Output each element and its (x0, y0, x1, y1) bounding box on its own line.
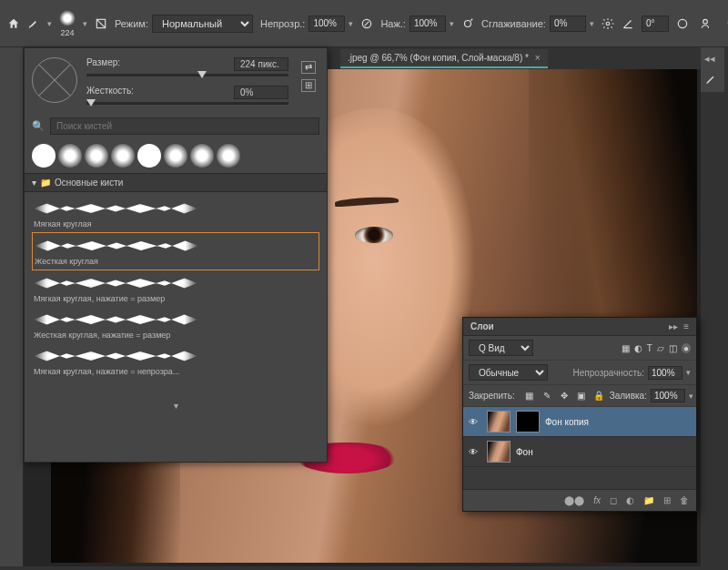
chevron-down-icon[interactable]: ▾ (47, 19, 52, 28)
opacity-control: Непрозр.: ▾ (260, 15, 353, 32)
lock-artboard-icon[interactable]: ▣ (575, 391, 588, 401)
visibility-icon[interactable]: 👁 (469, 447, 481, 457)
document-tab[interactable]: .jpeg @ 66,7% (Фон копия, Слой-маска/8) … (340, 49, 548, 68)
lock-label: Закрепить: (469, 391, 515, 401)
folder-name: Основные кисти (55, 178, 123, 188)
collapse-icon[interactable]: ▸▸ (669, 321, 678, 331)
search-icon[interactable] (723, 15, 728, 33)
layer-item[interactable]: 👁 Фон копия (463, 407, 696, 437)
panel-strip-right: ◂◂ (701, 47, 724, 92)
gear-icon[interactable] (602, 15, 614, 33)
close-icon[interactable]: × (535, 53, 541, 63)
pressure-size-icon[interactable] (676, 15, 689, 33)
brush-list-item[interactable]: Мягкая круглая, нажатие = размер (32, 270, 319, 307)
filter-pixel-icon[interactable]: ▦ (622, 343, 630, 353)
brush-list-item[interactable]: Мягкая круглая, нажатие = непрозра... (32, 343, 319, 380)
layer-item[interactable]: 👁 Фон (463, 437, 696, 467)
panel-menu-icon[interactable]: ≡ (683, 321, 689, 331)
filter-type-select[interactable]: Q Вид (469, 340, 533, 356)
filter-smart-icon[interactable]: ◫ (669, 343, 677, 353)
adjustment-layer-icon[interactable]: ◐ (626, 495, 634, 505)
layer-name[interactable]: Фон копия (545, 417, 589, 427)
angle-input[interactable] (642, 15, 669, 32)
mode-label: Режим: (115, 18, 148, 29)
brush-swatch[interactable] (190, 144, 214, 168)
svg-point-5 (703, 19, 708, 24)
brush-preview-row (25, 138, 327, 173)
brush-swatch[interactable] (164, 144, 187, 168)
angle-icon[interactable] (622, 15, 634, 33)
flow-input[interactable] (410, 15, 446, 32)
fill-input[interactable] (651, 389, 685, 402)
blend-mode-select[interactable]: Обычные (469, 364, 548, 381)
chevron-down-icon[interactable]: ▾ (590, 19, 594, 28)
new-layer-icon[interactable]: ⊞ (663, 495, 671, 505)
cloud-icon[interactable] (696, 15, 714, 33)
chevron-down-icon[interactable]: ▾ (689, 392, 693, 401)
brush-swatch[interactable] (58, 144, 82, 168)
lock-paint-icon[interactable]: ✎ (541, 391, 553, 401)
toolbox-left[interactable] (0, 47, 24, 566)
home-icon[interactable] (7, 15, 20, 33)
smoothing-input[interactable] (550, 15, 586, 32)
chevron-down-icon[interactable]: ▾ (83, 19, 87, 28)
opacity-input[interactable] (308, 15, 345, 32)
chevron-down-icon[interactable]: ▾ (450, 19, 454, 28)
layer-opacity-input[interactable] (648, 366, 682, 380)
lock-position-icon[interactable]: ✥ (558, 391, 571, 401)
svg-point-4 (678, 19, 686, 27)
size-value[interactable]: 224 пикс. (234, 57, 288, 71)
brush-list-item[interactable]: Жесткая круглая (32, 232, 319, 270)
brush-settings-icon[interactable] (95, 15, 107, 33)
lock-transparency-icon[interactable]: ▦ (523, 391, 536, 401)
brush-search-input[interactable] (50, 117, 319, 135)
brush-stroke-preview (34, 310, 197, 329)
filter-adjust-icon[interactable]: ◐ (634, 343, 642, 353)
pressure-opacity-icon[interactable] (360, 15, 373, 33)
layer-name[interactable]: Фон (516, 447, 533, 457)
airbrush-icon[interactable] (461, 15, 474, 33)
opacity-label: Непрозр.: (260, 18, 305, 29)
add-mask-icon[interactable]: ◻ (610, 495, 617, 505)
layer-thumbnail[interactable] (487, 441, 511, 463)
chevron-down-icon[interactable]: ▾ (349, 19, 353, 28)
layer-fx-icon[interactable]: fx (593, 495, 601, 505)
folder-disclosure-icon: ▾ (32, 178, 36, 188)
brush-controls: Размер: 224 пикс. Жесткость: 0% ⇄ ⊞ (25, 48, 327, 114)
filter-toggle-icon[interactable]: ● (682, 343, 691, 353)
smoothing-control: Сглаживание: ▾ (481, 15, 594, 32)
new-group-icon[interactable]: 📁 (643, 495, 654, 505)
brush-panel-icon[interactable] (704, 72, 721, 87)
link-layers-icon[interactable]: ⬤⬤ (564, 495, 584, 505)
brush-swatch[interactable] (137, 144, 161, 168)
layers-panel: Слои ▸▸ ≡ Q Вид ▦ ◐ T ▱ ◫ ● Обычные Непр… (462, 317, 697, 512)
hardness-value[interactable]: 0% (234, 86, 288, 99)
brush-swatch[interactable] (85, 144, 108, 168)
new-preset-icon[interactable]: ⊞ (301, 79, 316, 92)
visibility-icon[interactable]: 👁 (469, 417, 481, 427)
chevron-down-icon[interactable]: ▾ (686, 368, 691, 377)
lock-all-icon[interactable]: 🔒 (592, 391, 605, 401)
mode-select[interactable]: Нормальный (152, 15, 253, 33)
brush-list-item[interactable]: Жесткая круглая, нажатие = размер (32, 307, 319, 343)
brush-swatch[interactable] (111, 144, 135, 168)
size-track[interactable] (86, 74, 288, 76)
flip-x-icon[interactable]: ⇄ (301, 61, 316, 74)
lock-fill-row: Закрепить: ▦ ✎ ✥ ▣ 🔒 Заливка: ▾ (463, 385, 696, 407)
brush-tool-icon[interactable] (27, 15, 40, 33)
filter-shape-icon[interactable]: ▱ (657, 343, 664, 353)
brush-swatch[interactable] (217, 144, 240, 168)
collapse-icon[interactable]: ◂◂ (704, 53, 721, 65)
mask-thumbnail[interactable] (516, 411, 540, 433)
filter-type-icon[interactable]: T (647, 343, 652, 353)
delete-layer-icon[interactable]: 🗑 (680, 495, 689, 505)
brush-list-item[interactable]: Мягкая круглая (32, 196, 319, 232)
brush-folder-header[interactable]: ▾ 📁 Основные кисти (25, 173, 327, 192)
scroll-down-icon[interactable]: ▾ (174, 401, 178, 411)
layer-thumbnail[interactable] (487, 411, 511, 433)
brush-preset-picker[interactable]: 224 (59, 10, 76, 37)
brush-angle-control[interactable] (32, 57, 77, 103)
brush-swatch[interactable] (32, 144, 56, 168)
hardness-label: Жесткость: (86, 86, 134, 99)
hardness-track[interactable] (86, 102, 288, 105)
